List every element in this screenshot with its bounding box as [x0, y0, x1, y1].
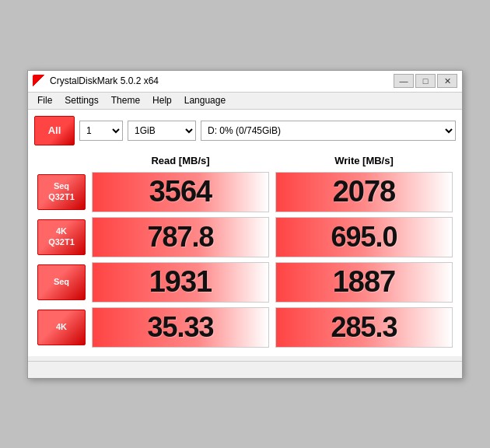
- seq-button[interactable]: Seq: [37, 264, 86, 300]
- app-window: CrystalDiskMark 5.0.2 x64 — □ ✕ File Set…: [27, 70, 463, 379]
- row-label-seq: Seq: [34, 260, 89, 305]
- 4k-button[interactable]: 4K: [37, 310, 86, 345]
- menu-settings[interactable]: Settings: [58, 94, 104, 107]
- 4k-write-cell: 285.3: [272, 305, 456, 350]
- maximize-button[interactable]: □: [415, 74, 436, 88]
- menu-language[interactable]: Language: [178, 94, 232, 107]
- seq-read-box: 1931: [92, 262, 269, 303]
- table-row: SeqQ32T1 3564 2078: [34, 170, 456, 215]
- menu-theme[interactable]: Theme: [105, 94, 146, 107]
- status-bar: [28, 361, 462, 378]
- title-bar: CrystalDiskMark 5.0.2 x64 — □ ✕: [28, 71, 462, 93]
- seq-q32t1-read-box: 3564: [92, 172, 269, 212]
- main-content: All 1 3 5 1GiB 512MiB 4GiB D: 0% (0/745G…: [28, 110, 462, 356]
- size-dropdown[interactable]: 1GiB 512MiB 4GiB: [128, 121, 196, 141]
- title-left: CrystalDiskMark 5.0.2 x64: [33, 75, 159, 87]
- row-label-seq-q32t1: SeqQ32T1: [34, 170, 89, 215]
- 4k-q32t1-read-value: 787.8: [147, 221, 213, 254]
- table-row: Seq 1931 1887: [34, 260, 456, 305]
- menu-bar: File Settings Theme Help Language: [28, 93, 462, 110]
- col-write-header: Write [MB/s]: [272, 152, 456, 170]
- runs-dropdown[interactable]: 1 3 5: [79, 121, 123, 141]
- 4k-q32t1-write-value: 695.0: [331, 221, 397, 254]
- seq-read-value: 1931: [149, 265, 212, 299]
- row-label-4k: 4K: [34, 305, 89, 350]
- 4k-q32t1-read-box: 787.8: [92, 217, 269, 257]
- seq-q32t1-read-value: 3564: [149, 175, 212, 208]
- 4k-q32t1-write-box: 695.0: [275, 217, 453, 257]
- table-row: 4K 35.33 285.3: [34, 305, 456, 350]
- seq-q32t1-write-box: 2078: [275, 172, 453, 212]
- title-controls: — □ ✕: [394, 74, 457, 88]
- 4k-q32t1-read-cell: 787.8: [89, 215, 272, 260]
- seq-write-value: 1887: [333, 265, 396, 299]
- window-title: CrystalDiskMark 5.0.2 x64: [50, 75, 159, 86]
- 4k-q32t1-write-cell: 695.0: [272, 215, 456, 260]
- seq-q32t1-write-cell: 2078: [272, 170, 456, 215]
- table-row: 4KQ32T1 787.8 695.0: [34, 215, 456, 260]
- 4k-q32t1-button[interactable]: 4KQ32T1: [37, 219, 86, 255]
- seq-q32t1-write-value: 2078: [333, 175, 396, 208]
- all-button[interactable]: All: [34, 116, 75, 145]
- 4k-read-box: 35.33: [92, 307, 269, 348]
- seq-q32t1-read-cell: 3564: [89, 170, 272, 215]
- 4k-read-value: 35.33: [147, 311, 213, 344]
- menu-help[interactable]: Help: [146, 94, 178, 107]
- seq-q32t1-button[interactable]: SeqQ32T1: [37, 174, 86, 210]
- app-icon: [33, 75, 45, 87]
- results-table: Read [MB/s] Write [MB/s] SeqQ32T1 3564: [34, 152, 456, 350]
- 4k-write-box: 285.3: [275, 307, 453, 348]
- seq-read-cell: 1931: [89, 260, 272, 305]
- close-button[interactable]: ✕: [437, 74, 457, 88]
- col-read-header: Read [MB/s]: [89, 152, 272, 170]
- seq-write-box: 1887: [275, 262, 453, 303]
- row-label-4k-q32t1: 4KQ32T1: [34, 215, 89, 260]
- minimize-button[interactable]: —: [394, 74, 414, 88]
- controls-row: All 1 3 5 1GiB 512MiB 4GiB D: 0% (0/745G…: [34, 116, 456, 145]
- 4k-read-cell: 35.33: [89, 305, 272, 350]
- drive-dropdown[interactable]: D: 0% (0/745GiB): [201, 121, 456, 141]
- seq-write-cell: 1887: [272, 260, 456, 305]
- 4k-write-value: 285.3: [331, 311, 397, 344]
- menu-file[interactable]: File: [31, 94, 58, 107]
